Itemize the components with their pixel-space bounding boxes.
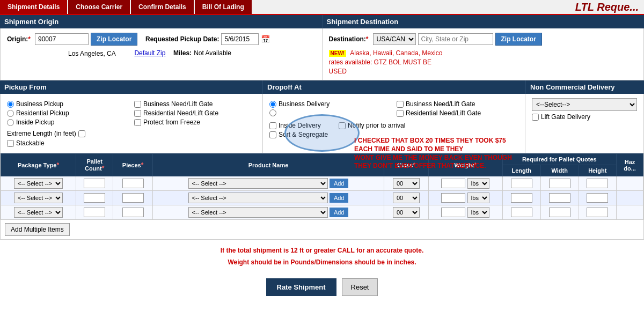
height-input-2[interactable] — [587, 193, 608, 203]
origin-field-row: Origin:* Zip Locator Requested Pickup Da… — [7, 33, 316, 46]
th-product-name: Product Name — [152, 154, 384, 176]
table-row: <-- Select --> <-- Select --> Add — [1, 176, 643, 191]
th-pallet-count: PalletCount* — [76, 154, 113, 176]
default-zip-link[interactable]: Default Zip — [134, 49, 165, 57]
tab-shipment-details[interactable]: Shipment Details — [0, 0, 67, 14]
extreme-length-check[interactable] — [78, 130, 85, 137]
destination-region-select[interactable]: USA/CAN Canada Mexico — [373, 33, 416, 45]
sort-segregate-check[interactable] — [269, 131, 276, 138]
haz-cell-3 — [617, 205, 643, 220]
package-table-body: <-- Select --> <-- Select --> Add — [1, 176, 643, 220]
weight-unit-select-2[interactable]: lbs — [467, 193, 489, 203]
business-liftgate-pickup-check[interactable] — [134, 101, 141, 108]
class-cell-2: 00 — [384, 191, 429, 205]
width-input-1[interactable] — [549, 179, 570, 188]
origin-zip-locator-btn[interactable]: Zip Locator — [91, 33, 137, 46]
tab-bill-of-lading[interactable]: Bill Of Lading — [195, 0, 252, 14]
tab-choose-carrier[interactable]: Choose Carrier — [68, 0, 130, 14]
add-btn-1[interactable]: Add — [330, 179, 349, 188]
th-haz: Hazdo... — [617, 154, 643, 176]
height-input-1[interactable] — [587, 179, 608, 188]
business-delivery-radio[interactable] — [269, 101, 276, 108]
lift-gate-delivery-check[interactable] — [532, 114, 539, 121]
destination-city-state-zip-input[interactable] — [418, 33, 493, 45]
product-select-2[interactable]: <-- Select --> — [188, 193, 328, 203]
weight-input-1[interactable] — [441, 179, 465, 188]
weight-input-3[interactable] — [441, 208, 465, 217]
dropoff-at-header: Dropoff At — [263, 80, 526, 94]
section-headers: Shipment Origin Shipment Destination — [0, 15, 644, 28]
weight-input-2[interactable] — [441, 193, 465, 203]
th-pallet-quotes: Required for Pallet Quotes — [502, 154, 617, 165]
pallet-count-input-3[interactable] — [84, 208, 105, 217]
pickup-from-header: Pickup From — [0, 80, 263, 94]
pieces-input-3[interactable] — [122, 208, 144, 217]
residential-pickup-radio[interactable] — [7, 110, 14, 117]
stackable-check[interactable] — [7, 140, 14, 147]
notify-arrival-check[interactable] — [339, 122, 346, 129]
th-class: Class* — [384, 154, 429, 176]
residential-liftgate-pickup-check[interactable] — [134, 110, 141, 117]
business-liftgate-delivery-check[interactable] — [397, 101, 404, 108]
table-row: <-- Select --> <-- Select --> Add — [1, 191, 643, 205]
haz-cell-1 — [617, 176, 643, 191]
pallet-count-input-1[interactable] — [84, 179, 105, 188]
pkg-type-select-3[interactable]: <-- Select --> — [14, 207, 63, 218]
sort-segregate-row: Sort & Segregate — [269, 131, 328, 138]
inside-delivery-check[interactable] — [269, 122, 276, 129]
pallet-count-input-2[interactable] — [84, 193, 105, 203]
weight-unit-select-1[interactable]: lbs — [467, 178, 489, 189]
origin-header: Shipment Origin — [0, 15, 323, 28]
residential-liftgate-delivery-label: Residential Need/Lift Gate — [406, 109, 481, 117]
residential-delivery-radio[interactable] — [269, 109, 276, 116]
add-btn-2[interactable]: Add — [330, 193, 349, 203]
pkg-type-select-2[interactable]: <-- Select --> — [14, 193, 63, 203]
height-cell-2 — [579, 191, 617, 205]
class-select-2[interactable]: 00 — [393, 193, 420, 203]
width-input-2[interactable] — [549, 193, 570, 203]
reset-btn[interactable]: Reset — [342, 278, 378, 296]
height-cell-1 — [579, 176, 617, 191]
length-input-1[interactable] — [511, 179, 532, 188]
class-select-3[interactable]: 00 — [393, 207, 420, 218]
inside-pickup-row: Inside Pickup — [7, 119, 129, 126]
length-input-3[interactable] — [511, 208, 532, 217]
new-badge: NEW! — [329, 50, 347, 57]
th-weight: Weight* — [428, 154, 502, 176]
length-input-2[interactable] — [511, 193, 532, 203]
pkg-type-select-1[interactable]: <-- Select --> — [14, 178, 63, 189]
destination-new-info: NEW! Alaska, Hawaii, Canada, Mexicorates… — [329, 49, 638, 76]
origin-city-state: Los Angeles, CA — [68, 50, 116, 57]
business-liftgate-delivery-label: Business Need/Lift Gate — [406, 100, 475, 108]
protect-freeze-check[interactable] — [134, 119, 141, 126]
add-multiple-btn[interactable]: Add Multiple Items — [5, 223, 70, 236]
rate-shipment-btn[interactable]: Rate Shipment — [266, 278, 336, 296]
dropoff-at-section: Business Delivery Business Need/Lift Gat… — [263, 94, 525, 153]
th-height: Height — [579, 165, 617, 176]
product-select-1[interactable]: <-- Select --> — [188, 178, 328, 189]
height-input-3[interactable] — [587, 208, 608, 217]
destination-zip-locator-btn[interactable]: Zip Locator — [495, 33, 542, 46]
pickup-date-input[interactable] — [221, 33, 259, 45]
product-select-3[interactable]: <-- Select --> — [188, 207, 328, 218]
residential-liftgate-delivery-check[interactable] — [397, 110, 404, 117]
pkg-type-cell-2: <-- Select --> — [1, 191, 76, 205]
pallet-count-cell-3 — [76, 205, 113, 220]
inside-pickup-radio[interactable] — [7, 119, 14, 126]
residential-pickup-label: Residential Pickup — [16, 109, 69, 117]
class-select-1[interactable]: 00 — [393, 178, 420, 189]
pieces-input-2[interactable] — [122, 193, 144, 203]
pieces-input-1[interactable] — [122, 179, 144, 188]
inside-pickup-label: Inside Pickup — [16, 119, 54, 126]
noncommercial-select[interactable]: <--Select--> — [532, 98, 637, 111]
add-btn-3[interactable]: Add — [330, 208, 349, 217]
width-input-3[interactable] — [549, 208, 570, 217]
calendar-icon[interactable]: 📅 — [261, 35, 270, 43]
product-cell-1: <-- Select --> Add — [152, 176, 384, 191]
weight-unit-select-3[interactable]: lbs — [467, 207, 489, 218]
miles-label: Miles: — [173, 49, 192, 57]
business-pickup-radio[interactable] — [7, 101, 14, 108]
tab-confirm-details[interactable]: Confirm Details — [131, 0, 194, 14]
origin-zip-input[interactable] — [35, 33, 89, 45]
residential-delivery-row — [269, 109, 391, 116]
